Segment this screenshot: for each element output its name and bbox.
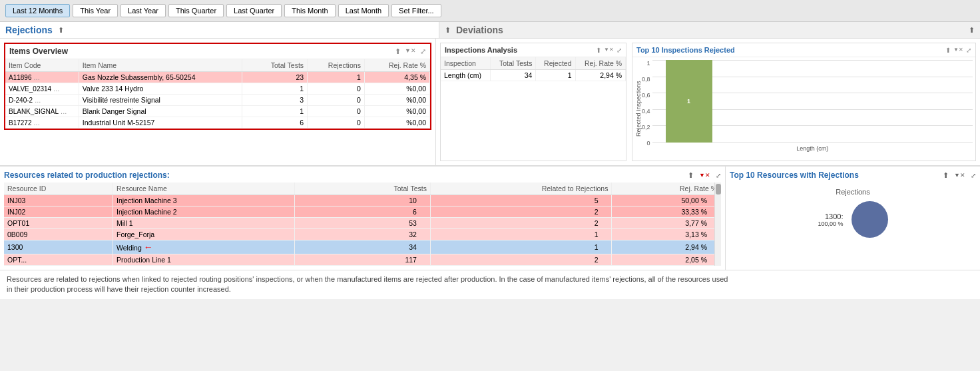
col-res-related: Related to Rejections <box>430 183 612 195</box>
filter-bar: Last 12 MonthsThis YearLast YearThis Qua… <box>0 0 980 22</box>
insp-export-icon[interactable]: ⬆ <box>596 47 601 54</box>
col-insp-rate: Rej. Rate % <box>575 57 626 70</box>
col-resource-id: Resource ID <box>4 183 113 195</box>
rejections-title: Rejections <box>5 25 53 35</box>
resources-expand-icon[interactable]: ⤢ <box>716 172 721 179</box>
table-row: VALVE_02314 ... Valve 233 14 Hydro 1 0 %… <box>5 83 430 95</box>
table-row: INJ02 Injection Machine 2 6 2 33,33 % <box>4 206 721 218</box>
pie-circle <box>852 201 888 238</box>
resources-title: Resources related to production rejectio… <box>4 171 170 180</box>
items-overview-header: Items Overview ⬆ ▼✕ ⤢ <box>5 44 430 59</box>
table-row: 0B009 Forge_Forja 32 1 3,13 % <box>4 229 721 240</box>
top10-resources-title: Top 10 Resources with Rejections <box>730 171 859 180</box>
filter-btn-this-quarter[interactable]: This Quarter <box>168 4 224 17</box>
filter-btn-this-year[interactable]: This Year <box>73 4 118 17</box>
col-rejections: Rejections <box>308 59 365 72</box>
col-res-tests: Total Tests <box>294 183 430 195</box>
deviations-export-icon[interactable]: ⬆ <box>445 26 451 35</box>
y-axis-title: Rejected Inspections <box>635 60 642 158</box>
col-total-tests: Total Tests <box>242 59 308 72</box>
resources-export-icon[interactable]: ⬆ <box>688 171 694 180</box>
items-overview-table: Item Code Item Name Total Tests Rejectio… <box>5 59 430 129</box>
col-res-rate: Rej. Rate % <box>612 183 721 195</box>
resources-table: Resource ID Resource Name Total Tests Re… <box>4 183 721 266</box>
table-row: OPT01 Mill 1 53 2 3,77 % <box>4 218 721 229</box>
table-row: OPT... Production Line 1 117 2 2,05 % <box>4 254 721 266</box>
items-overview-title: Items Overview <box>9 47 68 56</box>
table-row: BLANK_SIGNAL ... Blank Danger Signal 1 0… <box>5 106 430 117</box>
pie-chart-area: Rejections 1300: 100,00 % <box>730 183 976 243</box>
bar-value: 1 <box>687 98 690 105</box>
filter-btn-last-year[interactable]: Last Year <box>121 4 166 17</box>
table-row: D-240-2 ... Visibilité restreinte Signal… <box>5 95 430 106</box>
col-item-code: Item Code <box>5 59 79 72</box>
top10-expand-icon[interactable]: ⤢ <box>966 47 971 54</box>
inspections-analysis-card: Inspections Analysis ⬆ ▼✕ ⤢ Inspection T… <box>440 43 626 161</box>
top10res-filter-icon[interactable]: ▼✕ <box>954 172 965 179</box>
filter-btn-this-month[interactable]: This Month <box>284 4 335 17</box>
items-export-icon[interactable]: ⬆ <box>395 47 401 56</box>
col-inspection: Inspection <box>441 57 491 70</box>
table-row: INJ03 Injection Machine 3 10 5 50,00 % <box>4 195 721 206</box>
resources-filter-icon[interactable]: ▼✕ <box>699 172 710 179</box>
rejections-export-icon[interactable]: ⬆ <box>58 26 64 35</box>
col-rej-rate: Rej. Rate % <box>364 59 429 72</box>
col-insp-rejected: Rejected <box>536 57 575 70</box>
top10res-expand-icon[interactable]: ⤢ <box>971 172 976 179</box>
filter-btn-last-12-months[interactable]: Last 12 Months <box>5 4 70 17</box>
inspections-table: Inspection Total Tests Rejected Rej. Rat… <box>441 57 626 81</box>
table-row: A11896 ... Gas Nozzle Subassembly, 65-50… <box>5 72 430 83</box>
top10-filter-icon[interactable]: ▼✕ <box>953 47 963 54</box>
col-resource-name: Resource Name <box>113 183 295 195</box>
pie-chart-title: Rejections <box>836 188 869 196</box>
col-item-name: Item Name <box>79 59 242 72</box>
top10-header: Top 10 Inspections Rejected ⬆ ▼✕ ⤢ <box>632 43 975 57</box>
filter-btn-set-filter...[interactable]: Set Filter... <box>391 4 441 17</box>
table-row: 1300 Welding ← 34 1 2,94 % <box>4 240 721 254</box>
items-filter-icon[interactable]: ▼✕ <box>405 47 416 56</box>
main-area: Rejections ⬆ ⬆ Deviations ⬆ Items Overvi… <box>0 22 980 299</box>
insp-expand-icon[interactable]: ⤢ <box>616 47 622 54</box>
items-expand-icon[interactable]: ⤢ <box>420 47 426 56</box>
top10-title: Top 10 Inspections Rejected <box>636 46 735 54</box>
items-overview-card: Items Overview ⬆ ▼✕ ⤢ Item Code Item Nam… <box>4 43 431 130</box>
x-axis-label: Length (cm) <box>652 145 973 152</box>
filter-btn-last-month[interactable]: Last Month <box>338 4 389 17</box>
inspections-analysis-title: Inspections Analysis <box>445 46 517 54</box>
top10-export-icon[interactable]: ⬆ <box>945 47 951 54</box>
pie-legend-label: 1300: 100,00 % <box>818 212 843 227</box>
insp-filter-icon[interactable]: ▼✕ <box>604 47 614 54</box>
top10-inspections-card: Top 10 Inspections Rejected ⬆ ▼✕ ⤢ Rejec… <box>632 43 976 161</box>
table-row: B17272 ... Industrial Unit M-52157 6 0 %… <box>5 117 430 129</box>
filter-btn-last-quarter[interactable]: Last Quarter <box>226 4 282 17</box>
top10res-export-icon[interactable]: ⬆ <box>943 171 949 180</box>
deviations-title: Deviations <box>456 25 503 35</box>
inspections-analysis-header: Inspections Analysis ⬆ ▼✕ ⤢ <box>441 43 626 57</box>
footer-note: Resources are related to rejections when… <box>0 270 980 299</box>
table-row: Length (cm) 34 1 2,94 % <box>441 70 626 81</box>
col-insp-tests: Total Tests <box>491 57 536 70</box>
deviations-export2-icon[interactable]: ⬆ <box>969 26 975 35</box>
